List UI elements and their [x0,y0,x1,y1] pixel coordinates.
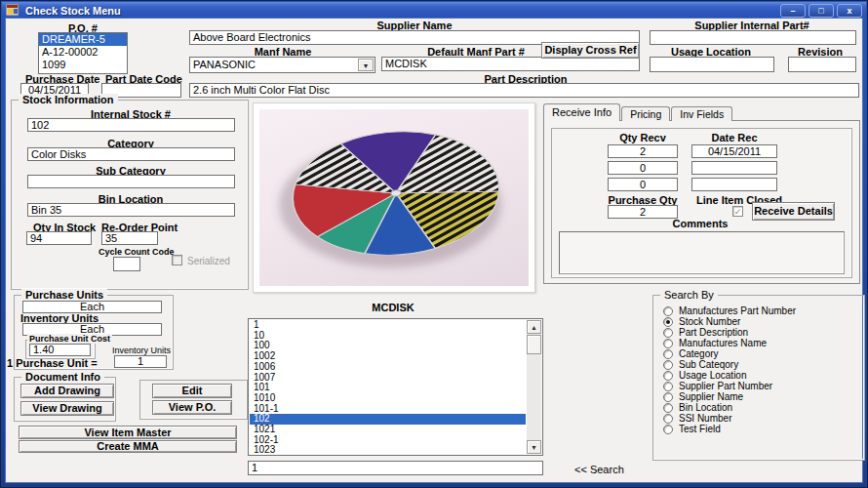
searchby-option[interactable]: Usage Location [663,370,860,381]
create-mma-button[interactable]: Create MMA [19,440,237,453]
internal-stock-field[interactable]: 102 [27,118,235,132]
revision-field[interactable] [788,57,856,72]
receive-details-button[interactable]: Receive Details [752,202,835,221]
cycle-count-code-field[interactable] [113,257,140,271]
part-photo-frame [253,102,535,293]
view-item-master-button[interactable]: View Item Master [19,426,237,439]
search-by-options: Manufactures Part NumberStock NumberPart… [663,305,860,434]
part-list-item[interactable]: 1021 [250,425,526,435]
radio-icon [663,339,673,348]
sub-category-field[interactable] [27,175,235,188]
purchase-unit-cost-field[interactable]: 1.40 [29,344,91,356]
qty-in-stock-field[interactable]: 94 [26,231,92,245]
searchby-option[interactable]: Stock Number [663,316,860,327]
part-list-item[interactable]: 1 [250,320,526,331]
po-list-item[interactable]: 1099 [39,59,127,71]
scrollbar-thumb[interactable] [527,335,541,354]
supplier-internal-part-field[interactable] [650,30,856,45]
app-icon [6,4,20,17]
part-list-item[interactable]: 10 [250,331,526,342]
view-po-button[interactable]: View P.O. [152,400,232,415]
add-drawing-button[interactable]: Add Drawing [20,384,114,398]
part-list-item[interactable]: 101-1 [250,404,526,415]
category-field[interactable]: Color Disks [27,147,235,161]
one-purchase-unit-label: 1 Purchase Unit = [7,357,98,369]
search-by-group: Search By Manufactures Part NumberStock … [652,295,865,461]
minimize-button[interactable]: – [780,4,806,18]
part-list-item[interactable]: 1002 [250,351,526,362]
qty-recv-column: 200 [608,144,678,194]
po-listbox[interactable]: DREAMER-5A-12-000021099 [38,32,128,74]
part-list-title: MCDISK [372,302,414,313]
searchby-option-label: Manufactures Name [679,338,767,348]
po-list-item[interactable]: A-12-00002 [39,46,127,59]
qty-recv-field[interactable]: 2 [608,144,678,158]
radio-icon [663,371,673,381]
searchby-option-label: Sub Cateqory [679,359,738,370]
date-rec-field[interactable] [691,161,777,175]
po-list-item[interactable]: DREAMER-5 [39,33,127,46]
searchby-option[interactable]: Supplier Part Number [663,381,860,391]
radio-icon [663,328,673,338]
one-purchase-unit-field[interactable]: 1 [114,355,167,368]
manf-name-combo[interactable]: PANASONIC ▼ [189,57,375,73]
date-rec-field[interactable] [691,178,777,191]
searchby-option[interactable]: Part Description [663,327,860,338]
part-list-item[interactable]: 1006 [250,362,526,373]
cycle-count-code-label: Cycle Count Code [99,247,175,257]
searchby-option[interactable]: Sub Cateqory [663,359,860,370]
scroll-up-icon[interactable]: ▲ [527,320,541,334]
title-bar: Check Stock Menu – □ x [2,2,866,19]
usage-location-field[interactable] [650,57,774,72]
date-rec-field[interactable]: 04/15/2011 [691,144,777,158]
searchby-option[interactable]: Manufactures Name [663,338,860,348]
edit-button[interactable]: Edit [152,384,232,398]
maximize-button[interactable]: □ [809,4,834,18]
serialized-label: Serialized [187,256,230,266]
tab-inv-fields[interactable]: Inv Fields [671,106,732,121]
radio-icon [663,414,673,424]
view-drawing-button[interactable]: View Drawing [20,401,114,416]
tab-receive-info[interactable]: Receive Info [543,103,620,121]
radio-icon [663,360,673,370]
part-listbox[interactable]: 1101001002100610071011010101-11021021102… [248,318,543,456]
default-manf-part-field[interactable]: MCDISK [381,57,640,71]
close-button[interactable]: x [837,4,862,18]
part-list-item[interactable]: 1010 [250,393,526,404]
part-list-item[interactable]: 1007 [250,373,526,384]
comments-box[interactable] [559,231,845,274]
part-list-item[interactable]: 100 [250,341,526,351]
dropdown-arrow-icon[interactable]: ▼ [358,59,374,71]
stock-information-title: Stock Information [19,94,118,106]
line-item-closed-checkbox[interactable]: ✓ [732,206,743,217]
searchby-option[interactable]: Test Field [663,424,860,434]
date-rec-label: Date Rec [711,132,757,143]
searchby-option[interactable]: Category [663,348,860,359]
bin-location-field[interactable]: Bin 35 [27,203,235,217]
color-disc-image [259,109,529,286]
scroll-down-icon[interactable]: ▼ [527,440,541,454]
app-window: Check Stock Menu – □ x P.O. # DREAMER-5A… [0,0,868,488]
part-list-scrollbar[interactable]: ▲ ▼ [527,320,541,454]
searchby-option[interactable]: SSI Number [663,413,860,424]
part-description-field[interactable]: 2.6 inch Multi Color Flat Disc [189,83,859,98]
searchby-option[interactable]: Supplier Name [663,391,860,402]
qty-recv-field[interactable]: 0 [608,161,678,175]
searchby-option-label: Bin Location [679,402,732,413]
display-cross-ref-button[interactable]: Display Cross Ref [541,42,640,59]
radio-icon [663,317,673,327]
part-list-item[interactable]: 101 [250,383,526,393]
radio-icon [663,349,673,359]
qty-recv-label: Qty Recv [619,132,666,143]
qty-recv-field[interactable]: 0 [608,178,678,191]
part-list-item[interactable]: 102 [250,414,526,425]
search-filter-input[interactable]: 1 [248,461,543,475]
purchase-qty-field[interactable]: 2 [608,205,678,219]
part-list-item[interactable]: 102-1 [250,435,526,446]
searchby-option[interactable]: Bin Location [663,402,860,413]
part-list-item[interactable]: 1023 [250,445,526,456]
reorder-point-field[interactable]: 35 [101,231,158,245]
searchby-option[interactable]: Manufactures Part Number [663,305,860,316]
serialized-checkbox[interactable] [172,255,182,265]
tab-pricing[interactable]: Pricing [621,106,670,121]
